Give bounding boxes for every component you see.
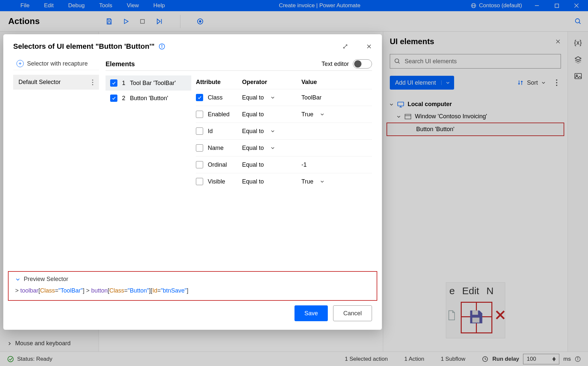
step-icon[interactable] [156, 18, 164, 25]
more-options[interactable] [552, 79, 561, 86]
menu-help[interactable]: Help [146, 2, 172, 9]
environment-label: Contoso (default) [479, 2, 522, 9]
menu-bar: File Edit Debug Tools View Help [0, 2, 172, 9]
thumb-text: e [449, 285, 455, 296]
status-bar: Status: Ready 1 Selected action 1 Action… [0, 352, 588, 366]
attr-checkbox[interactable] [196, 178, 203, 185]
col-attribute: Attribute [196, 79, 242, 86]
layers-icon[interactable] [574, 56, 582, 64]
save-icon[interactable] [106, 18, 113, 25]
record-icon[interactable] [197, 18, 203, 25]
search-placeholder: Search UI elements [405, 58, 457, 65]
element-item-1[interactable]: 1 Tool Bar 'ToolBar' [106, 75, 191, 91]
ms-label: ms [563, 356, 571, 362]
environment-badge[interactable]: Contoso (default) [467, 2, 525, 9]
run-delay-group: Run delay 100 ms [482, 354, 581, 364]
stop-icon[interactable] [139, 18, 146, 25]
element-label: Button 'Button' [130, 95, 168, 102]
attribute-row: NameEqual to [196, 139, 372, 156]
actions-group-label: Mouse and keyboard [15, 340, 71, 347]
operator-cell[interactable]: Equal to [242, 145, 301, 152]
sort-icon [517, 79, 524, 86]
actions-heading: Actions [0, 16, 99, 26]
operator-cell: Equal to [242, 111, 301, 118]
tree-node-local-computer[interactable]: Local computer [387, 98, 564, 110]
chevron-down-icon [446, 80, 450, 85]
preview-selector-toggle[interactable]: Preview Selector [15, 276, 370, 283]
save-button[interactable]: Save [294, 305, 328, 321]
info-icon[interactable] [575, 356, 581, 362]
elements-heading: Elements [106, 60, 135, 68]
tree-node-button-selected[interactable]: Button 'Button' [387, 123, 564, 136]
run-delay-input[interactable]: 100 [523, 354, 559, 364]
tree-node-label: Window 'Contoso Invoicing' [415, 113, 487, 120]
info-icon[interactable] [159, 43, 165, 50]
menu-view[interactable]: View [120, 2, 146, 9]
element-checkbox[interactable] [110, 79, 117, 87]
value-cell[interactable]: True [301, 111, 372, 118]
attr-name: Visible [208, 178, 225, 185]
chevron-down-icon [320, 112, 325, 117]
toolbar: Actions [0, 11, 588, 32]
spin-up-icon[interactable] [552, 357, 556, 359]
menu-file[interactable]: File [13, 2, 37, 9]
spin-down-icon[interactable] [552, 359, 556, 361]
status-actions: 1 Action [404, 356, 424, 362]
attribute-row: EnabledEqual toTrue [196, 106, 372, 123]
svg-rect-6 [108, 18, 110, 20]
add-ui-element-button[interactable]: Add UI element [390, 76, 454, 90]
svg-point-34 [8, 356, 14, 362]
selector-with-recapture[interactable]: + Selector with recapture [13, 57, 99, 70]
text-editor-toggle[interactable]: Text editor [322, 59, 372, 69]
attr-checkbox[interactable] [196, 111, 203, 118]
toggle-switch[interactable] [353, 59, 372, 69]
default-selector-item[interactable]: Default Selector [13, 75, 99, 90]
add-ui-element-split[interactable] [441, 80, 454, 85]
computer-icon [397, 101, 404, 107]
element-item-2[interactable]: 2 Button 'Button' [106, 91, 191, 106]
menu-edit[interactable]: Edit [37, 2, 61, 9]
more-vertical-icon [92, 79, 94, 86]
variables-icon[interactable]: {x} [574, 39, 582, 46]
element-checkbox[interactable] [110, 95, 117, 102]
svg-marker-37 [552, 359, 556, 361]
clock-icon [482, 356, 488, 362]
selector-item-more[interactable] [92, 79, 94, 86]
image-icon[interactable] [574, 73, 582, 79]
close-button[interactable] [568, 0, 585, 11]
attr-checkbox[interactable] [196, 161, 203, 168]
expand-icon[interactable] [342, 43, 348, 49]
maximize-button[interactable] [548, 0, 565, 11]
svg-rect-26 [405, 114, 411, 119]
search-icon[interactable] [574, 18, 582, 25]
minimize-button[interactable] [529, 0, 545, 11]
attr-checkbox[interactable] [196, 144, 203, 152]
preview-selector-box: Preview Selector > toolbar[Class="ToolBa… [8, 271, 377, 301]
tree-node-window[interactable]: Window 'Contoso Invoicing' [387, 110, 564, 123]
close-icon[interactable] [366, 43, 372, 49]
actions-group-mouse-keyboard[interactable]: Mouse and keyboard [0, 335, 99, 352]
svg-marker-8 [124, 19, 128, 23]
close-icon [555, 39, 561, 44]
operator-cell[interactable]: Equal to [242, 94, 301, 101]
ui-elements-close[interactable] [555, 39, 561, 44]
selector-builder-dialog: Selectors of UI element "Button 'Button'… [3, 34, 382, 330]
ui-elements-search[interactable]: Search UI elements [390, 54, 561, 69]
menu-debug[interactable]: Debug [61, 2, 92, 9]
recapture-label: Selector with recapture [27, 60, 88, 67]
attr-checkbox[interactable] [196, 127, 203, 135]
window-title: Create invoice | Power Automate [172, 2, 467, 9]
svg-point-14 [575, 18, 580, 23]
menu-tools[interactable]: Tools [92, 2, 120, 9]
value-cell[interactable]: True [301, 178, 372, 185]
svg-point-48 [92, 82, 93, 83]
svg-line-15 [579, 22, 581, 24]
attr-checkbox[interactable] [196, 94, 203, 101]
close-icon [494, 308, 505, 322]
sort-button[interactable]: Sort [517, 79, 546, 86]
operator-cell[interactable]: Equal to [242, 128, 301, 135]
cancel-button[interactable]: Cancel [333, 305, 372, 321]
play-icon[interactable] [123, 18, 129, 25]
attribute-row: OrdinalEqual to-1 [196, 156, 372, 173]
title-bar: File Edit Debug Tools View Help Create i… [0, 0, 588, 11]
